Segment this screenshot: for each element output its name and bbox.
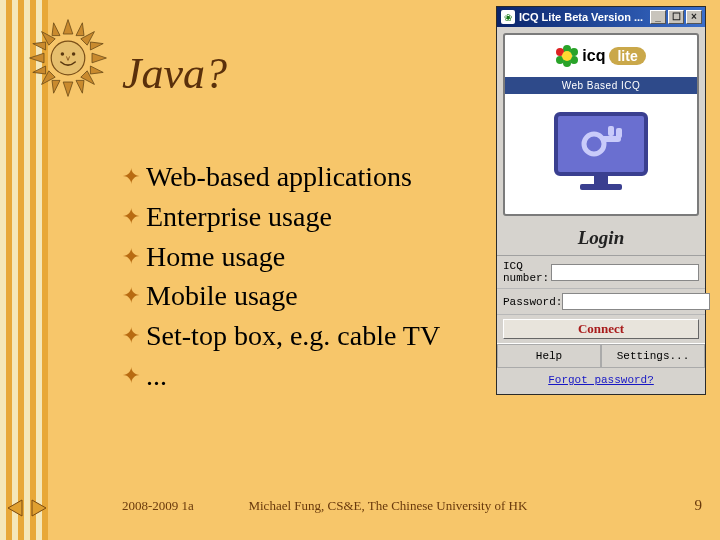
settings-button[interactable]: Settings... bbox=[601, 344, 705, 368]
bullet-icon: ✦ bbox=[122, 242, 140, 272]
svg-point-16 bbox=[51, 41, 85, 75]
svg-marker-3 bbox=[92, 53, 106, 63]
window-titlebar: ❀ ICQ Lite Beta Version ... _ ☐ × bbox=[497, 7, 705, 27]
svg-rect-23 bbox=[580, 184, 622, 190]
bullet-icon: ✦ bbox=[122, 281, 140, 311]
bottom-button-row: Help Settings... bbox=[497, 343, 705, 368]
svg-marker-1 bbox=[63, 82, 73, 96]
logo-pill: lite bbox=[609, 47, 645, 65]
connect-button[interactable]: Connect bbox=[503, 319, 699, 339]
bullet-text: Set-top box, e.g. cable TV bbox=[146, 317, 440, 355]
close-button[interactable]: × bbox=[686, 10, 702, 24]
next-arrow-icon[interactable] bbox=[28, 498, 50, 518]
window-title: ICQ Lite Beta Version ... bbox=[519, 11, 648, 23]
bullet-text: ... bbox=[146, 357, 167, 395]
bullet-icon: ✦ bbox=[122, 361, 140, 391]
password-label: Password: bbox=[503, 296, 562, 308]
svg-marker-2 bbox=[30, 53, 44, 63]
svg-marker-10 bbox=[33, 42, 46, 50]
app-icon: ❀ bbox=[501, 10, 515, 24]
web-icq-band: Web Based ICQ bbox=[505, 77, 697, 94]
icq-number-input[interactable] bbox=[551, 264, 699, 281]
sun-icon bbox=[28, 18, 108, 98]
bullet-text: Mobile usage bbox=[146, 277, 298, 315]
page-number: 9 bbox=[695, 497, 703, 514]
svg-point-18 bbox=[72, 52, 76, 56]
svg-marker-13 bbox=[90, 66, 103, 74]
bullet-item: ✦Web-based applications bbox=[122, 158, 440, 196]
icq-window: ❀ ICQ Lite Beta Version ... _ ☐ × icq li… bbox=[496, 6, 706, 395]
bullet-icon: ✦ bbox=[122, 321, 140, 351]
bullet-list: ✦Web-based applications ✦Enterprise usag… bbox=[122, 158, 440, 397]
maximize-button[interactable]: ☐ bbox=[668, 10, 684, 24]
svg-rect-26 bbox=[616, 128, 622, 138]
help-button[interactable]: Help bbox=[497, 344, 601, 368]
bullet-item: ✦Mobile usage bbox=[122, 277, 440, 315]
nav-arrows bbox=[4, 498, 50, 518]
svg-point-17 bbox=[61, 52, 65, 56]
slide-title: Java? bbox=[122, 48, 227, 99]
svg-rect-22 bbox=[594, 176, 608, 184]
password-row: Password: bbox=[497, 289, 705, 315]
forgot-password-link[interactable]: Forgot password? bbox=[497, 368, 705, 394]
icq-number-row: ICQ number: bbox=[497, 256, 705, 289]
bullet-text: Home usage bbox=[146, 238, 285, 276]
monitor-illustration bbox=[511, 94, 691, 214]
svg-marker-11 bbox=[33, 66, 46, 74]
icq-logo: icq lite bbox=[556, 45, 645, 67]
icq-number-label: ICQ number: bbox=[503, 260, 551, 284]
bullet-item: ✦Set-top box, e.g. cable TV bbox=[122, 317, 440, 355]
svg-marker-20 bbox=[32, 500, 46, 516]
logo-text: icq bbox=[582, 47, 605, 65]
bullet-icon: ✦ bbox=[122, 162, 140, 192]
bullet-icon: ✦ bbox=[122, 202, 140, 232]
svg-marker-14 bbox=[52, 80, 60, 93]
svg-marker-19 bbox=[8, 500, 22, 516]
bullet-text: Web-based applications bbox=[146, 158, 412, 196]
bullet-text: Enterprise usage bbox=[146, 198, 332, 236]
login-heading: Login bbox=[497, 222, 705, 256]
svg-marker-12 bbox=[90, 42, 103, 50]
prev-arrow-icon[interactable] bbox=[4, 498, 26, 518]
svg-marker-8 bbox=[52, 23, 60, 36]
password-input[interactable] bbox=[562, 293, 710, 310]
logo-panel: icq lite Web Based ICQ bbox=[503, 33, 699, 216]
minimize-button[interactable]: _ bbox=[650, 10, 666, 24]
bullet-item: ✦Enterprise usage bbox=[122, 198, 440, 236]
svg-rect-27 bbox=[608, 126, 614, 136]
svg-rect-21 bbox=[556, 114, 646, 174]
bullet-item: ✦... bbox=[122, 357, 440, 395]
footer-left: 2008-2009 1a bbox=[122, 498, 194, 514]
svg-marker-15 bbox=[76, 80, 84, 93]
svg-marker-0 bbox=[63, 20, 73, 34]
flower-icon bbox=[556, 45, 578, 67]
svg-marker-9 bbox=[76, 23, 84, 36]
bullet-item: ✦Home usage bbox=[122, 238, 440, 276]
footer-center: Michael Fung, CS&E, The Chinese Universi… bbox=[248, 498, 527, 514]
